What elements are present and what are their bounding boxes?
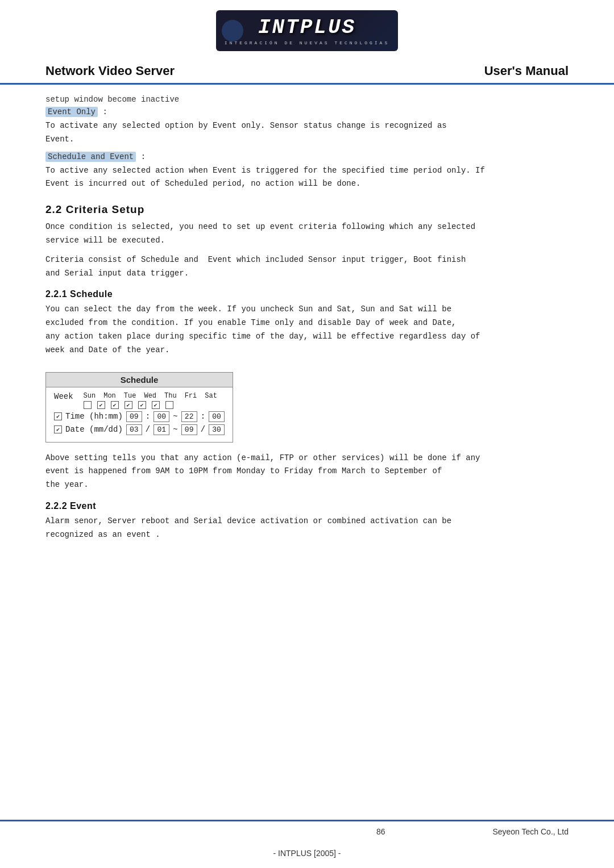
- day-sun: Sun: [84, 392, 96, 400]
- logo-text-main: INTPLUS: [258, 16, 356, 39]
- event-only-row: Event Only :: [45, 107, 569, 117]
- date-to-m[interactable]: 09: [181, 424, 197, 435]
- date-from-m[interactable]: 03: [126, 424, 142, 435]
- time-row: Time (hh:mm) 09 : 00 ~ 22 : 00: [54, 411, 225, 422]
- week-label: Week: [54, 392, 73, 401]
- schedule-table-body: Week Sun Mon Tue Wed Thu Fri Sat: [46, 387, 233, 442]
- schedule-and-event-row: Schedule and Event :: [45, 152, 569, 162]
- time-to-h[interactable]: 22: [181, 411, 197, 422]
- title-right: User's Manual: [484, 64, 569, 78]
- schedule-and-event-label: Schedule and Event: [45, 152, 136, 162]
- date-label: Date (mm/dd): [65, 425, 123, 434]
- time-from-m[interactable]: 00: [154, 411, 169, 422]
- date-row: Date (mm/dd) 03 / 01 ~ 09 / 30: [54, 424, 225, 435]
- day-mon: Mon: [103, 392, 116, 400]
- day-sat: Sat: [205, 392, 217, 400]
- footer: 86 Seyeon Tech Co., Ltd - INTPLUS [2005]…: [0, 820, 614, 868]
- date-from-d[interactable]: 01: [154, 424, 169, 435]
- time-to-m[interactable]: 00: [209, 411, 225, 422]
- day-wed: Wed: [144, 392, 156, 400]
- schedule-desc: You can select the day from the week. If…: [45, 303, 569, 357]
- section-221-heading: 2.2.1 Schedule: [45, 289, 569, 299]
- criteria-desc2: Criteria consist of Schedule and Event w…: [45, 253, 569, 281]
- checkbox-time[interactable]: [54, 412, 62, 420]
- checkbox-date[interactable]: [54, 425, 62, 433]
- title-left: Network Video Server: [45, 64, 175, 78]
- schedule-table: Schedule Week Sun Mon Tue Wed Thu Fri Sa…: [45, 372, 233, 443]
- checkbox-sun[interactable]: [84, 401, 92, 409]
- checkbox-fri[interactable]: [152, 401, 160, 409]
- section-222-heading: 2.2.2 Event: [45, 501, 569, 511]
- schedule-and-event-colon: :: [136, 152, 146, 161]
- checkbox-thu[interactable]: [138, 401, 146, 409]
- event-only-desc: To activate any selected option by Event…: [45, 119, 569, 147]
- logo-area: INTPLUS INTEGRACIÓN DE NUEVAS TECNOLOGÍA…: [216, 10, 398, 51]
- schedule-table-header: Schedule: [46, 373, 233, 387]
- logo-box: INTPLUS INTEGRACIÓN DE NUEVAS TECNOLOGÍA…: [216, 10, 398, 51]
- event-only-colon: :: [98, 107, 107, 116]
- intro-text: setup window become inactive: [45, 95, 569, 104]
- section-22-heading: 2.2 Criteria Setup: [45, 203, 569, 216]
- main-content: setup window become inactive Event Only …: [0, 85, 614, 820]
- criteria-desc1: Once condition is selected, you need to …: [45, 220, 569, 248]
- day-tue: Tue: [124, 392, 136, 400]
- checkbox-mon[interactable]: [97, 401, 105, 409]
- footer-bar: 86 Seyeon Tech Co., Ltd: [0, 820, 614, 842]
- checkbox-wed[interactable]: [125, 401, 132, 409]
- time-label: Time (hh:mm): [65, 412, 123, 421]
- page-header: INTPLUS INTEGRACIÓN DE NUEVAS TECNOLOGÍA…: [0, 0, 614, 85]
- footer-page: 86: [269, 827, 492, 836]
- checkbox-sat[interactable]: [165, 401, 173, 409]
- event-only-label: Event Only: [45, 107, 98, 117]
- footer-company: Seyeon Tech Co., Ltd: [492, 827, 569, 836]
- day-thu: Thu: [164, 392, 177, 400]
- time-from-h[interactable]: 09: [126, 411, 142, 422]
- schedule-and-event-desc: To active any selected action when Event…: [45, 164, 569, 191]
- logo-text-sub: INTEGRACIÓN DE NUEVAS TECNOLOGÍAS: [225, 40, 389, 45]
- date-to-d[interactable]: 30: [209, 424, 225, 435]
- day-fri: Fri: [185, 392, 197, 400]
- checkbox-tue[interactable]: [111, 401, 119, 409]
- footer-bottom: - INTPLUS [2005] -: [0, 842, 614, 868]
- title-bar: Network Video Server User's Manual: [0, 59, 614, 85]
- schedule-note: Above setting tells you that any action …: [45, 452, 569, 492]
- event-desc: Alarm senor, Server reboot and Serial de…: [45, 515, 569, 542]
